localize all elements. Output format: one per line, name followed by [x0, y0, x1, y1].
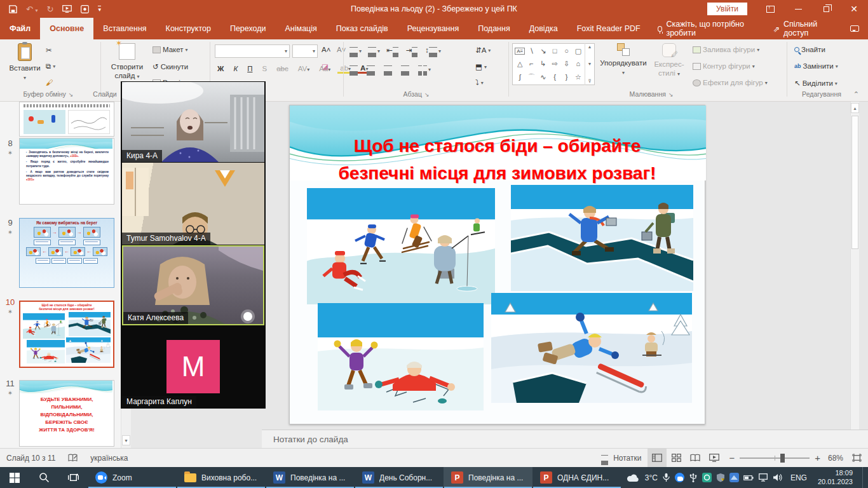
textbox-shape-icon[interactable]: A≡ — [515, 48, 525, 55]
character-spacing-button[interactable]: AV▾ — [295, 64, 313, 73]
cut-button[interactable]: ✂ — [46, 46, 52, 55]
antivirus-tray-icon[interactable] — [702, 473, 712, 482]
tab-animations[interactable]: Анімація — [276, 18, 327, 39]
shape-outline-button[interactable]: Контур фігури▾ — [693, 62, 755, 70]
task-view-button[interactable] — [58, 467, 88, 488]
numbering-button[interactable]: ▾ — [368, 46, 380, 54]
participant-video-kyra[interactable]: Кира 4-А — [122, 82, 264, 162]
arrow-shape-icon[interactable]: ↘ — [540, 47, 546, 55]
tab-transitions[interactable]: Переходи — [220, 18, 276, 39]
collapse-ribbon-button[interactable]: ⌃ — [853, 90, 859, 98]
participant-tile-margaryta[interactable]: М Маргарита Каплун — [122, 326, 264, 408]
bold-button[interactable]: Ж — [215, 64, 226, 73]
text-direction-button[interactable]: ⇵A▾ — [475, 46, 491, 55]
customize-qat-icon[interactable]: ▾ — [98, 6, 101, 13]
layout-button[interactable]: Макет▾ — [153, 46, 188, 53]
tab-home[interactable]: Основне — [40, 18, 93, 39]
tab-design[interactable]: Конструктор — [156, 18, 220, 39]
slide-area-scrollbar[interactable]: ▲ — [850, 102, 859, 430]
decrease-indent-button[interactable]: ⇤ — [386, 46, 400, 55]
font-size-combo[interactable]: ▾ — [292, 44, 318, 58]
left-brace-shape-icon[interactable]: { — [553, 73, 556, 81]
taskbar-app-zoom[interactable]: Zoom — [88, 467, 177, 488]
slideshow-view-button[interactable] — [705, 449, 724, 467]
font-name-combo[interactable]: ▾ — [215, 44, 290, 58]
reset-button[interactable]: ↺Скинути — [153, 62, 188, 71]
callout-shape-icon[interactable]: ⌂ — [576, 60, 581, 67]
share-button[interactable]: ⇗Спільний доступ — [764, 18, 841, 39]
right-brace-shape-icon[interactable]: } — [566, 73, 568, 81]
tab-help[interactable]: Довідка — [520, 18, 567, 39]
taskbar-clock[interactable]: 18:09 20.01.2023 — [815, 469, 858, 487]
image-jump-over-ice-crack[interactable] — [511, 185, 693, 291]
sign-in-button[interactable]: Увійти — [707, 3, 747, 15]
triangle-shape-icon[interactable]: △ — [517, 60, 522, 68]
notes-placeholder[interactable]: Нотатки до слайда — [273, 435, 348, 444]
slide-indicator[interactable]: Слайд 10 з 11 — [0, 449, 62, 467]
taskbar-app-powerpoint-active[interactable]: P Поведінка на ... — [444, 467, 532, 488]
tell-me-box[interactable]: Скажіть, що потрібно зробити — [650, 18, 764, 39]
tab-view[interactable]: Подання — [468, 18, 519, 39]
restore-button[interactable] — [812, 0, 840, 18]
scrollbar-thumb[interactable] — [851, 116, 858, 249]
rectangle-shape-icon[interactable]: □ — [553, 47, 557, 55]
undo-icon[interactable]: ↶ ▾ — [26, 5, 38, 13]
arrange-button[interactable]: Упорядкувати▾ — [599, 42, 648, 77]
app-tray-icon[interactable] — [729, 473, 739, 482]
shape-fill-button[interactable]: Заливка фігури▾ — [693, 46, 759, 53]
zoom-slider[interactable]: − + — [724, 453, 825, 463]
comments-button[interactable] — [841, 18, 868, 39]
down-arrow-shape-icon[interactable]: ⇩ — [564, 60, 569, 68]
paragraph-dialog-launcher[interactable]: ↘ — [424, 92, 430, 98]
replace-button[interactable]: abЗамінити▾ — [794, 62, 838, 70]
arc-shape-icon[interactable]: ⌒ — [528, 72, 535, 82]
zoom-participants-overlay[interactable]: Кира 4-А Tymur Samohvalov 4-A — [121, 81, 266, 409]
tab-foxit-pdf[interactable]: Foxit Reader PDF — [567, 18, 650, 39]
columns-button[interactable]: ▾ — [418, 65, 431, 72]
normal-view-button[interactable] — [648, 449, 667, 467]
scroll-up-button[interactable]: ▲ — [851, 103, 859, 113]
bullets-button[interactable]: ▾ — [349, 46, 362, 54]
volume-tray-icon[interactable] — [773, 473, 782, 482]
align-text-button[interactable]: ⬒▾ — [475, 62, 487, 71]
taskbar-app-word-1[interactable]: W Поведінка на ... — [266, 467, 355, 488]
start-button[interactable] — [0, 467, 29, 488]
slide-7-thumbnail[interactable] — [19, 102, 114, 137]
shapes-scroll-up[interactable]: ▲ — [588, 44, 592, 49]
participant-video-katya-active-speaker[interactable]: Катя Алексеева — [122, 245, 264, 325]
zoom-slider-track[interactable] — [740, 458, 810, 459]
image-boy-fallen-through-ice[interactable] — [318, 303, 484, 410]
redo-icon[interactable]: ↻ — [47, 5, 54, 13]
taskbar-app-folder[interactable]: Виховна робо... — [177, 467, 266, 488]
copy-button[interactable]: ⧉▾ — [46, 62, 55, 71]
change-case-button[interactable]: Aa▾ — [316, 64, 333, 73]
convert-smartart-button[interactable]: ⤵▾ — [475, 79, 484, 86]
zoom-in-button[interactable]: + — [815, 453, 820, 463]
thumbnail-scroll-down-button[interactable]: ▼ — [122, 435, 130, 445]
elbow-shape-icon[interactable]: ⌐ — [529, 60, 533, 67]
battery-tray-icon[interactable] — [743, 475, 754, 481]
align-center-button[interactable] — [367, 65, 376, 72]
format-painter-button[interactable]: 🖌 — [46, 79, 53, 86]
usb-tray-icon[interactable] — [689, 473, 698, 482]
minimize-button[interactable] — [784, 0, 812, 18]
close-button[interactable]: ✕ — [840, 0, 868, 18]
search-button[interactable] — [29, 467, 58, 488]
quick-styles-button[interactable]: Експрес-стилі ▾ — [649, 42, 689, 78]
underline-button[interactable]: П — [245, 64, 255, 73]
find-button[interactable]: Знайти — [794, 46, 825, 53]
line-spacing-button[interactable]: ↕▾ — [425, 46, 441, 54]
italic-button[interactable]: К — [231, 64, 240, 73]
shapes-scroll-down[interactable]: ▼ — [588, 62, 592, 66]
image-winter-fun-on-ice[interactable] — [307, 188, 495, 304]
shapes-more[interactable]: ⊽ — [588, 79, 591, 84]
participant-video-tymur[interactable]: Tymur Samohvalov 4-A — [122, 163, 264, 245]
drawing-dialog-launcher[interactable]: ↘ — [668, 92, 674, 98]
reading-view-button[interactable] — [686, 449, 705, 467]
tab-insert[interactable]: Вставлення — [93, 18, 156, 39]
security-shield-warning-icon[interactable] — [716, 473, 725, 482]
star-shape-icon[interactable]: ☆ — [575, 73, 581, 81]
right-arrow-shape-icon[interactable]: ⇨ — [552, 60, 558, 68]
elbow-arrow-shape-icon[interactable]: ↳ — [540, 60, 546, 68]
justify-button[interactable] — [401, 65, 410, 72]
